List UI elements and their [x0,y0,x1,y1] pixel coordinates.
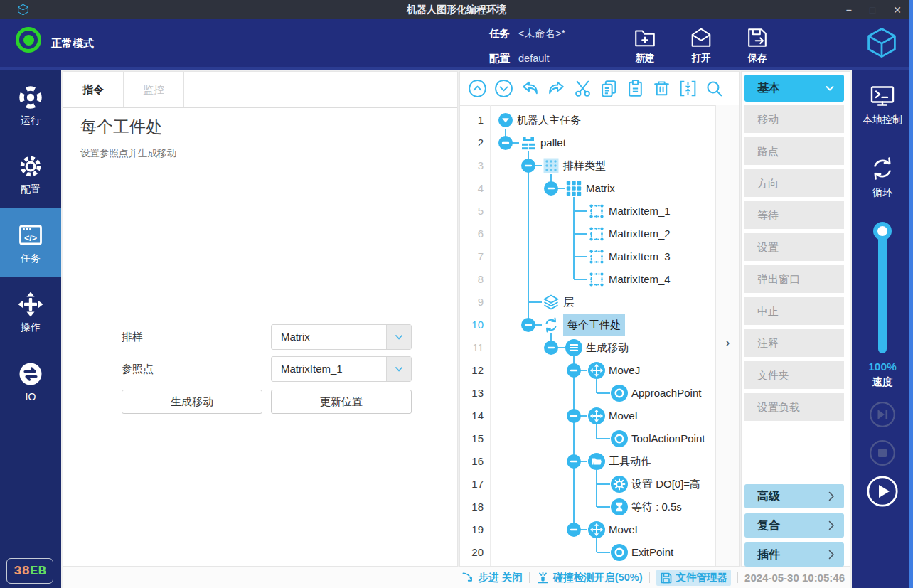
local-control-button[interactable]: 本地控制 [852,80,913,127]
matrix-item-icon [587,247,606,266]
tree-node-movel[interactable]: MoveL [490,518,716,541]
tree-node--0-5s[interactable]: 等待 : 0.5s [490,496,716,518]
undo-icon[interactable] [520,79,540,98]
pattern-dropdown[interactable]: Matrix [271,324,412,350]
matrix-icon [565,179,583,198]
tree-node--[interactable]: 层 [490,291,716,314]
cycle-button[interactable]: 循环 [852,153,913,199]
reference-dropdown[interactable]: MatrixItem_1 [271,356,412,382]
sidebar-item-io[interactable]: IO [0,346,61,415]
status-item-2[interactable]: 文件管理器 [656,570,732,586]
tree-node-matrixitem_2[interactable]: MatrixItem_2 [490,223,716,245]
collapse-minus-icon[interactable] [566,522,582,538]
palette-item-3[interactable]: 等待 [744,201,844,229]
move-up-icon[interactable] [468,79,487,98]
line-number: 11 [462,336,484,359]
tree-node-movel[interactable]: MoveL [490,405,716,427]
redo-icon[interactable] [547,79,566,98]
chevron-right-icon [826,520,837,531]
palette-item-4[interactable]: 设置 [744,233,844,261]
chevron-down-icon[interactable] [386,325,411,349]
speed-slider-knob[interactable] [873,222,892,240]
command-palette-panel: 基本 移动路点方向等待设置弹出窗口中止注释文件夹设置负载 高级复合插件 [741,71,850,567]
sidebar-item-run[interactable]: 运行 [0,70,61,139]
paste-icon[interactable] [626,79,645,98]
collapse-all-icon[interactable] [678,79,698,98]
copy-icon[interactable] [599,79,619,98]
line-number: 10 [462,314,484,336]
collapse-minus-icon[interactable] [566,408,582,424]
tree-node-matrixitem_3[interactable]: MatrixItem_3 [490,245,716,268]
collapse-minus-icon[interactable] [543,181,559,196]
tree-node--do-0-[interactable]: 设置 DO[0]=高 [490,473,716,496]
save-task-button[interactable]: 保存 [740,24,774,65]
collapse-minus-icon[interactable] [543,340,559,356]
statusbar: 步进 关闭碰撞检测开启(50%)文件管理器 2024-05-30 10:05:4… [63,567,850,588]
sidebar-item-label: 任务 [21,252,41,265]
cut-icon[interactable] [573,79,592,98]
tree-node-label: 设置 DO[0]=高 [631,473,700,496]
tree-node-toolactionpoint[interactable]: ToolActionPoint [490,427,716,450]
tree-node-approachpoint[interactable]: ApproachPoint [490,382,716,405]
move-down-icon[interactable] [494,79,513,98]
sidebar-item-operate[interactable]: 操作 [0,277,61,346]
maximize-button[interactable]: □ [870,5,875,15]
update-position-button[interactable]: 更新位置 [271,390,412,414]
generate-move-button[interactable]: 生成移动 [122,390,262,414]
collapse-minus-icon[interactable] [498,135,513,151]
palette-category-0[interactable]: 高级 [744,484,844,508]
tree-node-matrixitem_4[interactable]: MatrixItem_4 [490,268,716,291]
separator [529,572,530,583]
new-task-button[interactable]: 新建 [628,24,662,65]
close-button[interactable]: ✕ [893,5,902,15]
window-edge-accent [909,0,913,588]
tab-instruction[interactable]: 指令 [63,72,124,107]
palette-item-7[interactable]: 注释 [744,329,844,357]
collapse-minus-icon[interactable] [566,454,582,469]
chevron-down-icon [394,364,404,374]
sidebar-item-task[interactable]: </>任务 [0,208,61,277]
open-task-button[interactable]: 打开 [684,24,718,65]
palette-item-8[interactable]: 文件夹 [744,361,844,389]
tree-node-pallet[interactable]: pallet [490,132,716,154]
palette-item-9[interactable]: 设置负载 [744,393,844,421]
search-icon[interactable] [705,79,724,98]
stop-button[interactable] [869,439,896,469]
new-task-icon [633,24,657,50]
collapse-triangle-icon[interactable] [498,112,513,128]
tree-node-exitpoint[interactable]: ExitPoint [490,541,716,564]
tree-node--[interactable]: 每个工件处 [490,314,716,336]
palette-item-6[interactable]: 中止 [744,297,844,325]
tree-node--[interactable]: 机器人主任务 [490,109,716,132]
tree-node-matrix[interactable]: Matrix [490,177,716,200]
collapse-minus-icon[interactable] [566,363,582,378]
tree-node-label: 排样类型 [563,154,606,177]
collapse-minus-icon[interactable] [520,158,536,173]
palette-category-1[interactable]: 复合 [744,513,844,538]
palette-item-0[interactable]: 移动 [744,105,844,133]
tree-node-movej[interactable]: MoveJ [490,359,716,382]
palette-item-2[interactable]: 方向 [744,169,844,197]
palette-category-2[interactable]: 插件 [744,542,844,567]
speed-slider-track[interactable] [878,231,887,353]
tree-node-matrixitem_1[interactable]: MatrixItem_1 [490,200,716,223]
delete-icon[interactable] [652,79,671,98]
palette-category-basic[interactable]: 基本 [744,75,844,102]
status-item-0[interactable]: 步进 关闭 [461,571,523,584]
tree-node--[interactable]: 排样类型 [490,154,716,177]
expand-panel-handle[interactable]: › [716,334,739,351]
move-icon [587,407,606,425]
palette-item-1[interactable]: 路点 [744,137,844,165]
sidebar-item-config[interactable]: 配置 [0,139,61,208]
chevron-down-icon [824,82,835,94]
tab-monitor[interactable]: 监控 [124,72,184,107]
skip-next-button[interactable] [869,401,896,431]
chevron-down-icon[interactable] [386,357,411,381]
play-button[interactable] [866,475,899,511]
tree-node--[interactable]: 工具动作 [490,450,716,473]
palette-item-5[interactable]: 弹出窗口 [744,265,844,293]
minimize-button[interactable]: – [846,5,852,15]
tree-node--[interactable]: 生成移动 [490,336,716,359]
collapse-minus-icon[interactable] [520,317,536,333]
status-item-1[interactable]: 碰撞检测开启(50%) [536,571,643,584]
